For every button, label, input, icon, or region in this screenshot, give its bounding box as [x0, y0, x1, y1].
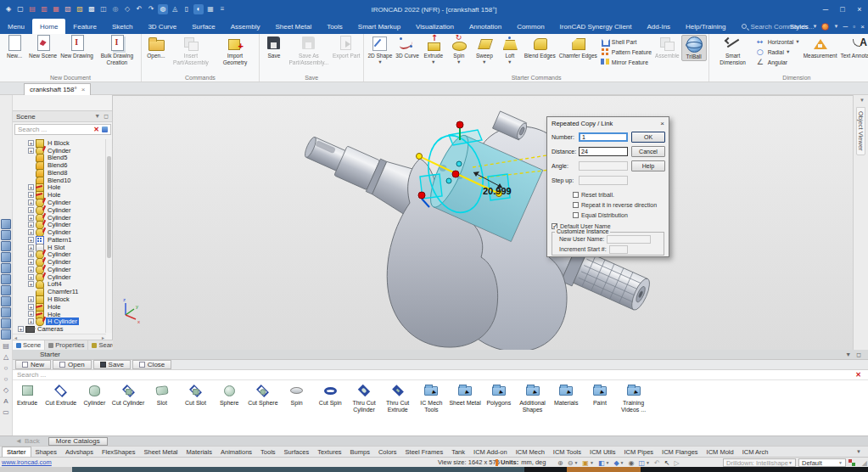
spec-sheet-icon[interactable]: ▯: [182, 4, 192, 14]
shape-tool-icon[interactable]: [1, 307, 11, 317]
ribbon-button-measurement[interactable]: Measurement: [802, 35, 839, 59]
shape-tool-icon[interactable]: [1, 296, 11, 306]
rect-tool-icon[interactable]: ▭: [1, 407, 11, 417]
ribbon-button-angular[interactable]: Angular: [755, 57, 802, 67]
catalog-item-cut-sphere[interactable]: Cut Sphere: [246, 383, 280, 407]
help-button[interactable]: Help: [631, 160, 665, 171]
tab-ironcad-synergy-client[interactable]: IronCAD Synergy Client: [552, 19, 640, 34]
ribbon-button-3d-curve[interactable]: 3D Curve: [394, 35, 420, 59]
panel-pin-icon[interactable]: ◻: [104, 113, 109, 120]
ribbon-button-insert-part-assembly[interactable]: Insert Part/Assembly: [169, 35, 213, 65]
ironcad-link[interactable]: www.ironcad.com: [2, 458, 52, 466]
catalog-item-thru-cut-extrude[interactable]: Thru Cut Extrude: [381, 383, 415, 413]
export-word-icon[interactable]: ▤: [27, 4, 37, 14]
ribbon-button-shell-part[interactable]: Shell Part: [599, 37, 653, 47]
tree-item-cylinder[interactable]: +Cylinder: [13, 147, 106, 155]
resize-grip[interactable]: ◢: [862, 459, 867, 467]
tree-item-hole[interactable]: +Hole: [13, 311, 106, 318]
catalog-tab-bumps[interactable]: Bumps: [346, 447, 374, 457]
ribbon-button-triball[interactable]: TriBall: [681, 35, 707, 61]
tree-item-cameras[interactable]: +Cameras: [13, 325, 106, 333]
ribbon-button-loft[interactable]: Loft▼: [497, 35, 523, 65]
account-chevron-icon[interactable]: ▼: [833, 24, 838, 29]
qat-more-icon[interactable]: ≡: [217, 4, 227, 14]
tree-item-cylinder[interactable]: +Cylinder: [13, 258, 106, 266]
catalog-item-ic-mech-tools[interactable]: IC Mech Tools: [414, 383, 448, 413]
ribbon-button-new-scene[interactable]: New Scene: [27, 35, 59, 59]
catalog-item-spin[interactable]: Spin: [280, 383, 314, 407]
catalog-item-cut-slot[interactable]: Cut Slot: [179, 383, 213, 407]
shape-tool-icon[interactable]: [1, 285, 11, 295]
equal-distribution-checkbox[interactable]: [573, 212, 579, 218]
expand-icon[interactable]: +: [28, 267, 34, 273]
tree-item-h-block[interactable]: +H Block: [13, 139, 106, 147]
tab-annotation[interactable]: Annotation: [462, 19, 509, 34]
tab-assembly[interactable]: Assembly: [223, 19, 268, 34]
expand-icon[interactable]: +: [28, 199, 34, 205]
tree-item-pattern1[interactable]: +Pattern1: [13, 236, 106, 244]
catalog-tab-icm-mech[interactable]: ICM Mech: [512, 447, 549, 457]
visual-style-icon[interactable]: ◫▼: [636, 459, 652, 467]
expand-icon[interactable]: +: [28, 140, 34, 146]
ribbon-button-assemble[interactable]: Assemble: [653, 35, 681, 59]
view-orientation-icon[interactable]: ▣▼: [580, 459, 596, 467]
ribbon-button-2d-shape[interactable]: 2D Shape▼: [366, 35, 394, 65]
catalog-close-button[interactable]: Close: [132, 360, 171, 369]
tab-smart-markup[interactable]: Smart Markup: [350, 19, 408, 34]
catalog-tab-icm-pipes[interactable]: ICM Pipes: [619, 447, 658, 457]
ribbon-button-save[interactable]: Save: [261, 35, 287, 59]
ribbon-button-save-as-part-assembly[interactable]: Save As Part/Assembly...: [287, 35, 331, 65]
cancel-button[interactable]: Cancel: [631, 146, 665, 157]
tree-item-blend6[interactable]: Blend6: [13, 161, 106, 169]
ribbon-button-text-annotations[interactable]: Text Annotations: [838, 35, 868, 59]
save-icon[interactable]: ▩: [87, 4, 97, 14]
shape-tool-icon[interactable]: [1, 329, 11, 340]
catalog-item-sphere[interactable]: Sphere: [212, 383, 246, 407]
ribbon-button-new[interactable]: New...: [2, 35, 27, 59]
expand-icon[interactable]: +: [28, 148, 34, 154]
expand-icon[interactable]: +: [28, 207, 34, 213]
styles-chevron-icon[interactable]: ▼: [812, 24, 817, 29]
catalog-item-training-videos[interactable]: Training Videos ...: [617, 383, 651, 413]
ribbon-button-open[interactable]: Open...: [143, 35, 169, 59]
shape-tool-icon[interactable]: [1, 241, 11, 251]
anchor-icon[interactable]: [848, 459, 855, 466]
feedback-icon[interactable]: ◐: [193, 4, 204, 14]
tab-common[interactable]: Common: [509, 19, 552, 34]
shape-tool-icon[interactable]: [1, 219, 11, 229]
catalog-tab-icm-arch[interactable]: ICM Arch: [738, 447, 773, 457]
repeat-reverse-checkbox[interactable]: [573, 202, 579, 208]
expand-icon[interactable]: +: [28, 222, 34, 228]
ribbon-button-chamfer-edges[interactable]: Chamfer Edges: [557, 35, 599, 59]
expand-icon[interactable]: +: [28, 237, 34, 243]
tab-feature[interactable]: Feature: [65, 19, 104, 34]
catalog-item-sheet-metal[interactable]: Sheet Metal: [448, 383, 482, 407]
distance-field[interactable]: [579, 147, 628, 156]
minimize-button[interactable]: ─: [817, 0, 834, 19]
catalog-chevron-icon[interactable]: ▼: [845, 351, 851, 358]
scene-search-input[interactable]: Search ... ✕: [14, 124, 111, 135]
shape-tool-icon[interactable]: [1, 252, 11, 262]
app-icon[interactable]: ◈: [3, 4, 14, 14]
tree-item-h-block[interactable]: +H Block: [13, 295, 106, 303]
catalog-item-slot[interactable]: Slot: [145, 383, 179, 407]
document-tab[interactable]: crankshaft 158° ×: [24, 83, 91, 95]
catalog-save-button[interactable]: Save: [93, 360, 131, 369]
clear-search-icon[interactable]: ✕: [93, 126, 99, 133]
print-icon[interactable]: ◫: [98, 4, 109, 14]
tree-item-cylinder[interactable]: +Cylinder: [13, 221, 106, 228]
tree-item-hole[interactable]: +Hole: [13, 191, 106, 199]
tree-item-cylinder[interactable]: +Cylinder: [13, 266, 106, 273]
search-filter-icon[interactable]: [102, 126, 108, 132]
select-tool-icon[interactable]: ◇: [122, 4, 132, 14]
catalog-tab-icm-tools[interactable]: ICM Tools: [549, 447, 585, 457]
viewport-3d[interactable]: z y x 20.999: [113, 95, 853, 350]
catalog-tab-colors[interactable]: Colors: [374, 447, 401, 457]
mdi-window-controls[interactable]: ─ ▫ ×: [843, 23, 866, 31]
ribbon-button-spin[interactable]: Spin▼: [446, 35, 472, 65]
catalog-tabs-chevron-icon[interactable]: ▼: [856, 447, 868, 457]
catalog-pin-icon[interactable]: ◻: [856, 351, 861, 358]
tree-item-chamfer11[interactable]: Chamfer11: [13, 288, 106, 295]
catalog-tab-icm-add-on[interactable]: ICM Add-on: [469, 447, 512, 457]
expand-icon[interactable]: +: [28, 296, 34, 302]
